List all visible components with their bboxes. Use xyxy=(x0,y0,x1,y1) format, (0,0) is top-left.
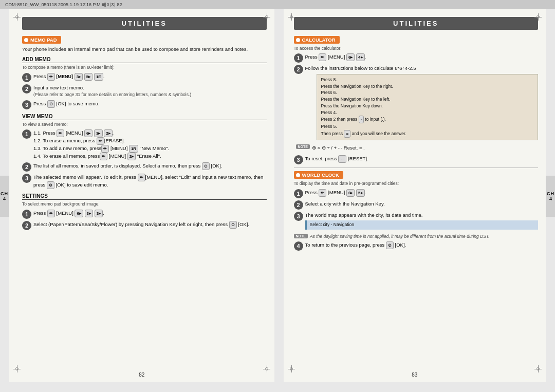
pencil-key-vm2: ✏ xyxy=(97,137,104,145)
calc-step-1: 1 Press ✏ [MENU] 6▸ 4▸. xyxy=(294,53,539,63)
calc-line-1: Press 8. xyxy=(321,77,534,83)
settings-step-number-2: 2 xyxy=(22,221,31,230)
side-tab-num-right: 4 xyxy=(549,196,552,201)
wc-key1: 6▸ xyxy=(346,189,355,197)
note-icon-wc: NOTE xyxy=(294,234,308,238)
settings-intro: To select memo pad background image: xyxy=(22,201,267,207)
vm-key2: 3▸ xyxy=(94,129,102,137)
calc-line-6: Press 4. xyxy=(321,109,534,116)
section-divider xyxy=(294,167,539,168)
wc-step-number-3: 3 xyxy=(294,212,303,221)
dst-note-text: As the daylight saving time is not appli… xyxy=(310,234,490,239)
view-step-3-content: The selected memo will appear. To edit i… xyxy=(33,174,267,189)
left-page-title: UTILITIES xyxy=(22,17,267,30)
right-page-number: 83 xyxy=(412,372,417,378)
view-memo-intro: To view a saved memo: xyxy=(22,122,267,127)
add-memo-intro: To compose a memo (there is an 80-letter… xyxy=(22,65,267,70)
add-memo-step-3: 3 Press ⊙ [OK] to save memo. xyxy=(22,100,267,109)
wc-step-1-content: Press ✏ [MENU] 6▸ 5▸. xyxy=(305,189,539,197)
ok-key-wc: ⊙ xyxy=(386,241,394,249)
calc-line-8: Press 5. xyxy=(321,123,534,130)
pencil-key-1: ✏ xyxy=(47,73,55,81)
calc-detail-box: Press 8. Press the Navigation Key to the… xyxy=(317,74,539,140)
wc-step-4-content: To return to the previous page, press ⊙ … xyxy=(305,241,539,249)
dot-key: · xyxy=(359,116,364,123)
step-3-content: Press ⊙ [OK] to save memo. xyxy=(33,100,267,108)
formula-note-text: ⊕ × ⊖ ÷ / + - · Reset. = . xyxy=(312,144,365,151)
settings-step-1: 1 Press ✏ [MENU] 6▸ 3▸ 3▸. xyxy=(22,210,267,219)
key-5: 5▸ xyxy=(84,73,92,81)
calc-step-number-1: 1 xyxy=(294,53,303,63)
world-clock-label: WORLD CLOCK xyxy=(302,172,339,178)
calc-line-5: Press the Navigation Key down. xyxy=(321,103,534,109)
wc-step-4: 4 To return to the previous page, press … xyxy=(294,241,539,251)
wc-step-number-1: 1 xyxy=(294,189,303,198)
c-key1: 6▸ xyxy=(346,53,355,61)
reg-mark-tl xyxy=(13,13,21,21)
pencil-key-vm1: ✏ xyxy=(57,129,64,137)
step-number-3: 3 xyxy=(22,100,31,109)
memo-pad-header: MEMO PAD xyxy=(22,36,61,44)
s-key1: 6▸ xyxy=(75,210,83,217)
world-clock-bullet xyxy=(296,173,300,177)
calc-line-2: Press the Navigation Key to the right. xyxy=(321,83,534,90)
settings-heading: SETTINGS xyxy=(22,193,267,200)
pencil-key-vm5: ✏ xyxy=(138,174,145,181)
view-step-2-content: The list of all memos, in saved order, i… xyxy=(33,162,267,170)
calc-step-2: 2 Follow the instructions below to calcu… xyxy=(294,65,539,142)
calculator-header: CALCULATOR xyxy=(294,36,340,44)
vm-key4: 1R xyxy=(129,145,138,153)
view-memo-step-3: 3 The selected memo will appear. To edit… xyxy=(22,174,267,189)
back-key-c: ← xyxy=(338,155,346,163)
add-memo-step-2: 2 Input a new text memo. (Please refer t… xyxy=(22,84,267,98)
key-3: 3▸ xyxy=(75,73,83,81)
pencil-key-wc1: ✏ xyxy=(319,189,326,197)
view-memo-step-2: 2 The list of all memos, in saved order,… xyxy=(22,162,267,172)
s-key2: 3▸ xyxy=(85,210,93,217)
key-1e: 1E xyxy=(94,73,103,81)
reg-mark-r-bl xyxy=(288,365,295,372)
view-step-number-3: 3 xyxy=(22,174,31,183)
vm-key3: 2▸ xyxy=(104,129,112,137)
ok-key-vm3: ⊙ xyxy=(47,181,54,189)
step-2-sub: (Please refer to page 31 for more detail… xyxy=(33,92,191,97)
dst-note-row: NOTE As the daylight saving time is not … xyxy=(294,234,539,239)
step-number-2: 2 xyxy=(22,84,31,94)
left-page: UTILITIES MEMO PAD Your phone includes a… xyxy=(9,9,274,382)
ok-key-vm2: ⊙ xyxy=(202,162,210,170)
wc-step-2: 2 Select a city with the Navigation Key. xyxy=(294,200,539,210)
reg-mark-r-br xyxy=(534,365,542,372)
view-step-1-content: 1.1. Press ✏ [MENU] 6▸ 3▸ 2▸. 1.2. To er… xyxy=(33,129,267,160)
wc-step-3: 3 The world map appears with the city, i… xyxy=(294,212,539,232)
memo-pad-bullet xyxy=(24,38,28,42)
left-page-number: 82 xyxy=(139,372,144,378)
s-key3: 3▸ xyxy=(95,210,103,217)
pencil-key-c1: ✏ xyxy=(319,53,326,61)
step-2-content: Input a new text memo. (Please refer to … xyxy=(33,84,267,98)
calc-step-number-2: 2 xyxy=(294,65,303,74)
settings-step-number-1: 1 xyxy=(22,210,31,219)
calculator-label: CALCULATOR xyxy=(302,37,336,43)
world-clock-header: WORLD CLOCK xyxy=(294,171,343,179)
step-1-content: Press ✏ [MENU] 3▸ 5▸ 1E. xyxy=(33,73,267,81)
eq-key: = xyxy=(344,130,350,138)
reg-mark-r-tl xyxy=(288,13,295,21)
menu-key-1: [MENU] xyxy=(57,73,73,80)
reg-mark-br xyxy=(263,365,270,372)
navigation-info-text: Select city - Navigation xyxy=(310,222,354,227)
view-memo-step-1: 1 1.1. Press ✏ [MENU] 6▸ 3▸ 2▸. 1.2. To … xyxy=(22,129,267,160)
side-tab-right: CH 4 xyxy=(546,176,555,217)
step-number-1: 1 xyxy=(22,73,31,82)
calc-line-9: Then press = and you will see the answer… xyxy=(321,130,534,138)
vm-key1: 6▸ xyxy=(84,129,92,137)
wc-step-2-content: Select a city with the Navigation Key. xyxy=(305,200,539,207)
header-text: CDM-8910_WW_050118 2005.1.19 12:16 P.M 페… xyxy=(5,2,122,8)
memo-pad-intro: Your phone includes an internal memo pad… xyxy=(22,46,267,52)
calc-step-2-content: Follow the instructions below to calcula… xyxy=(305,65,539,142)
settings-step-2-content: Select (Paper/Pattern/Sea/Sky/Flower) by… xyxy=(33,221,267,229)
view-step-number-1: 1 xyxy=(22,129,31,139)
calc-step-3-content: To reset, press ← [RESET]. xyxy=(305,155,539,163)
calc-step-number-3: 3 xyxy=(294,155,303,164)
memo-pad-label: MEMO PAD xyxy=(30,37,57,43)
calculator-bullet xyxy=(296,38,300,42)
